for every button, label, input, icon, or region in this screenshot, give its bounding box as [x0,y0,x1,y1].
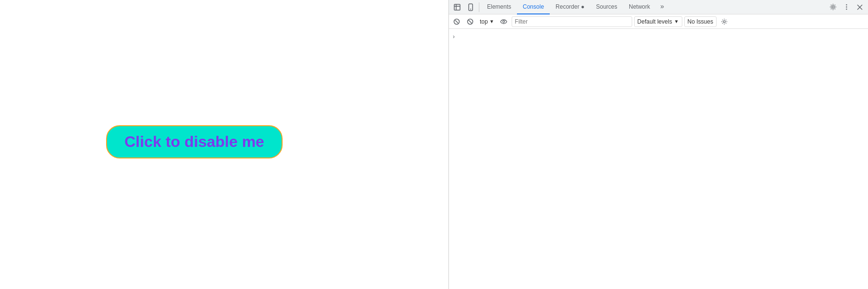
disable-button[interactable]: Click to disable me [106,125,283,158]
levels-label: Default levels [637,18,672,25]
devtools-tabs: Elements Console Recorder ● Sources Netw… [481,0,668,14]
more-options-icon[interactable] [840,1,853,13]
page-area: Click to disable me [0,0,448,289]
console-settings-icon[interactable] [719,16,730,27]
console-content: › [449,29,868,289]
svg-point-15 [503,21,505,23]
console-expand-chevron[interactable]: › [453,33,455,40]
context-top-chevron: ▼ [489,19,494,24]
svg-point-8 [846,9,847,10]
close-devtools-icon[interactable] [854,1,866,13]
svg-line-14 [469,20,472,23]
inspect-icon[interactable] [451,1,463,13]
svg-rect-3 [469,4,473,11]
svg-point-5 [832,6,834,8]
svg-point-16 [723,20,725,22]
tab-elements[interactable]: Elements [481,0,517,14]
no-log-icon[interactable] [464,16,476,27]
more-tabs-button[interactable]: » [656,0,668,13]
devtools-top-toolbar: Elements Console Recorder ● Sources Netw… [449,0,868,14]
toolbar-separator-1 [479,2,479,12]
devtools-right-icons [827,1,866,13]
no-issues-label: No Issues [688,18,713,25]
default-levels-button[interactable]: Default levels ▼ [634,16,682,27]
device-toggle-icon[interactable] [464,1,477,13]
svg-point-7 [846,6,847,7]
eye-icon[interactable] [498,16,510,27]
settings-gear-icon[interactable] [827,1,839,13]
clear-console-icon[interactable] [451,16,462,27]
devtools-panel: Elements Console Recorder ● Sources Netw… [448,0,868,289]
context-top-label: top [480,18,488,25]
console-filter-input[interactable] [512,16,632,27]
no-issues-badge[interactable]: No Issues [684,16,717,27]
tab-recorder[interactable]: Recorder ● [550,0,590,14]
svg-line-12 [455,20,458,23]
context-top-select[interactable]: top ▼ [478,17,496,26]
tab-network[interactable]: Network [623,0,656,14]
tab-sources[interactable]: Sources [590,0,623,14]
console-secondary-toolbar: top ▼ Default levels ▼ No Issues [449,14,868,29]
svg-point-6 [846,4,847,5]
tab-console[interactable]: Console [517,0,550,14]
levels-chevron: ▼ [674,19,679,24]
svg-rect-0 [454,4,460,10]
